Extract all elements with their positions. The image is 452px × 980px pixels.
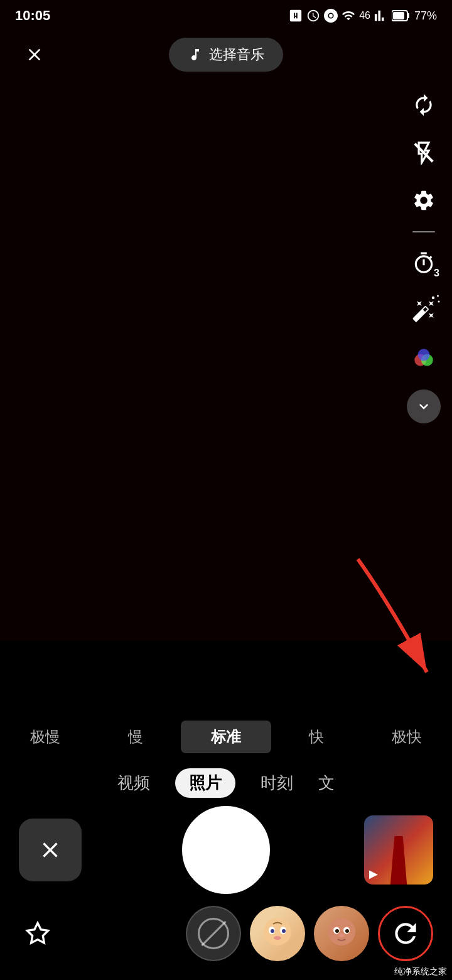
music-button-label: 选择音乐 — [209, 45, 264, 64]
speed-item-very-fast[interactable]: 极快 — [362, 721, 452, 753]
nfc-icon — [289, 9, 303, 23]
svg-point-6 — [438, 301, 440, 303]
mode-moment[interactable]: 时刻 — [261, 772, 293, 794]
status-icons: 46 77% — [289, 9, 437, 23]
status-time: 10:05 — [15, 8, 50, 24]
watermark: 纯净系统之家 — [389, 964, 452, 980]
thumb-figure — [378, 836, 419, 885]
timer-badge: 3 — [434, 268, 439, 279]
top-controls: 选择音乐 — [0, 38, 452, 72]
svg-point-16 — [282, 929, 286, 933]
music-button[interactable]: 选择音乐 — [169, 38, 283, 72]
filter-disabled[interactable] — [186, 906, 241, 961]
mode-text[interactable]: 文 — [318, 772, 335, 794]
svg-marker-11 — [27, 923, 48, 943]
flash-button[interactable] — [407, 136, 441, 170]
battery-icon — [392, 9, 411, 23]
gallery-thumb-image: ▶ — [364, 815, 433, 885]
speed-item-very-slow[interactable]: 极慢 — [0, 721, 90, 753]
face1-illustration — [256, 912, 299, 956]
filter-face2[interactable] — [314, 906, 369, 961]
speed-item-fast[interactable]: 快 — [271, 721, 362, 753]
timer-button[interactable]: 3 — [407, 246, 441, 280]
speed-item-slow[interactable]: 慢 — [90, 721, 181, 753]
svg-point-5 — [437, 295, 439, 297]
delete-button[interactable] — [19, 819, 82, 881]
svg-point-22 — [345, 929, 349, 933]
svg-point-15 — [271, 929, 274, 933]
settings-button[interactable] — [407, 183, 441, 217]
mode-video[interactable]: 视频 — [117, 772, 150, 794]
no-filter-icon — [198, 918, 229, 949]
bottom-panel: 极慢 慢 标准 快 极快 视频 照片 时刻 文 — [0, 709, 452, 980]
svg-point-21 — [335, 929, 339, 933]
shutter-button[interactable] — [182, 806, 270, 894]
color-filter-button[interactable] — [407, 342, 441, 376]
svg-point-18 — [328, 918, 355, 945]
right-sidebar: 3 — [407, 88, 441, 423]
sidebar-divider — [412, 231, 435, 232]
svg-point-17 — [274, 936, 281, 940]
svg-rect-2 — [393, 12, 404, 19]
face2-illustration — [320, 912, 363, 956]
refresh-icon — [390, 918, 421, 949]
gallery-thumbnail[interactable]: ▶ — [364, 815, 433, 885]
svg-rect-1 — [407, 13, 409, 18]
status-bar: 10:05 46 77% — [0, 0, 452, 31]
alarm-icon — [306, 9, 320, 23]
magic-wand-button[interactable] — [407, 294, 441, 328]
favorites-button[interactable] — [19, 915, 56, 952]
signal-icon: 46 — [359, 10, 370, 21]
battery-percent: 77% — [414, 9, 437, 23]
filter-items — [186, 906, 433, 961]
mode-selector: 视频 照片 时刻 文 — [0, 762, 452, 809]
svg-point-9 — [418, 349, 430, 361]
wifi-icon — [342, 9, 355, 23]
speed-selector: 极慢 慢 标准 快 极快 — [0, 709, 452, 762]
svg-point-4 — [432, 297, 435, 300]
speed-item-standard[interactable]: 标准 — [181, 721, 271, 753]
signal-bars-icon — [374, 9, 388, 23]
camera-controls: ▶ — [0, 809, 452, 897]
filter-refresh[interactable] — [378, 906, 433, 961]
close-button[interactable] — [19, 39, 50, 70]
filter-row — [0, 897, 452, 974]
mode-photo[interactable]: 照片 — [175, 768, 235, 798]
flip-camera-button[interactable] — [407, 88, 441, 122]
camera-viewfinder — [0, 0, 452, 641]
expand-button[interactable] — [407, 389, 441, 423]
camera-icon — [324, 9, 338, 23]
gallery-play-icon: ▶ — [369, 867, 378, 881]
svg-point-23 — [339, 934, 344, 937]
filter-face1[interactable] — [250, 906, 305, 961]
